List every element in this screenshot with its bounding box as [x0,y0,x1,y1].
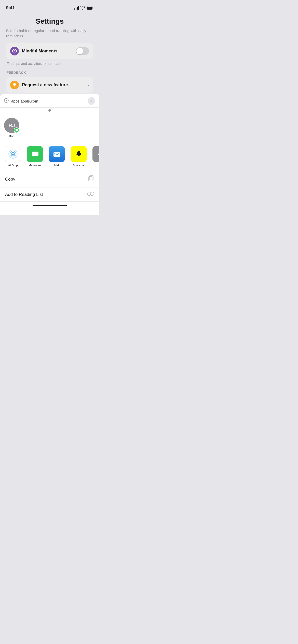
wifi-icon [80,6,85,10]
compass-icon [4,98,9,104]
settings-subtitle: Build a habit of regular mood tracking w… [6,28,93,39]
app-item-snapchat[interactable]: Snapchat [70,146,88,167]
app-label-mail: Mail [54,164,59,167]
svg-rect-1 [87,7,92,9]
contacts-row: RJ Bob [0,114,99,142]
request-feature-icon [10,81,19,89]
loading-indicator [48,109,51,112]
url-bar: apps.apple.com [0,94,99,108]
snapchat-icon [71,146,87,162]
reading-list-icon [87,192,94,197]
mindful-moments-label: Mindful Moments [22,49,58,54]
reading-list-label: Add to Reading List [5,192,43,197]
chevron-right-icon: › [88,82,89,88]
app-label-messages: Messages [29,164,41,167]
request-feature-left: Request a new feature [10,81,68,89]
svg-rect-15 [89,177,92,181]
svg-rect-5 [14,85,15,86]
request-feature-label: Request a new feature [22,82,68,87]
feedback-section-label: FEEDBACK [6,71,93,75]
home-indicator [33,205,67,206]
signal-bars-icon [74,6,79,10]
app-item-airdrop[interactable]: AirDrop [4,146,22,167]
mindful-moments-row[interactable]: Mindful Moments [6,43,93,59]
app-item-messages[interactable]: Messages [26,146,44,167]
svg-rect-10 [53,152,60,157]
toggle-knob [76,48,83,54]
app-item-mail[interactable]: Mail [48,146,66,167]
messages-icon [27,146,43,162]
status-time: 9:41 [6,5,15,10]
svg-rect-14 [90,175,93,180]
contact-message-badge [14,127,19,133]
page-title: Settings [6,17,93,25]
more-icon [92,146,99,162]
contact-avatar: RJ [4,118,19,133]
status-icons [74,6,93,10]
mail-icon [49,146,65,162]
mindful-moments-toggle[interactable] [76,47,89,55]
request-feature-row[interactable]: Request a new feature › [6,77,93,93]
copy-action-row[interactable]: Copy [0,171,99,187]
settings-area: Settings Build a habit of regular mood t… [0,12,99,99]
app-item-more[interactable] [92,146,99,167]
status-bar: 9:41 [0,0,99,12]
contact-item[interactable]: RJ Bob [4,118,19,138]
battery-icon [87,6,93,10]
share-sheet: apps.apple.com RJ Bob [0,94,99,215]
airdrop-icon [5,146,21,162]
copy-icon [88,175,94,183]
close-button[interactable] [88,97,95,105]
mindful-moments-left: Mindful Moments [10,47,58,55]
app-label-airdrop: AirDrop [8,164,18,167]
self-care-description: Find tips and activities for self-care [6,62,93,66]
apps-row: AirDrop Messages Mail [0,142,99,171]
mindful-moments-icon [10,47,19,55]
contact-name: Bob [9,135,14,138]
copy-action-label: Copy [5,177,15,182]
reading-list-action-row[interactable]: Add to Reading List [0,187,99,202]
url-text: apps.apple.com [11,99,85,103]
app-label-snapchat: Snapchat [73,164,85,167]
svg-point-11 [98,154,100,155]
